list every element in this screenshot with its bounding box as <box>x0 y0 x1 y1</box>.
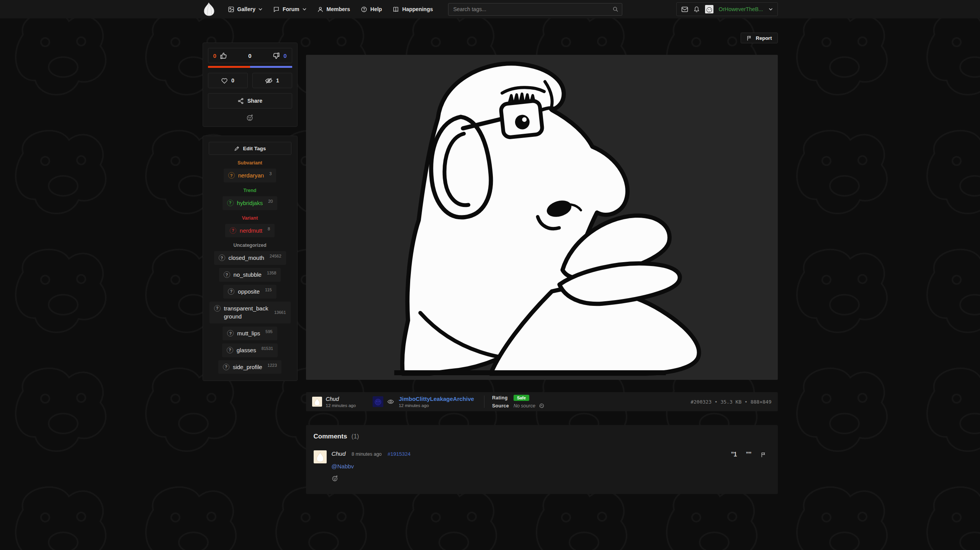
nav-help-label: Help <box>370 6 382 12</box>
search-input[interactable] <box>448 3 622 16</box>
comment-avatar[interactable] <box>314 450 327 463</box>
comment-author[interactable]: Chud <box>332 450 346 457</box>
share-button[interactable]: Share <box>208 93 292 108</box>
report-label: Report <box>756 35 772 41</box>
nav-members[interactable]: Members <box>312 0 355 18</box>
tags-panel: Edit Tags Subvariant ? nerdaryan 3 Trend… <box>203 136 298 381</box>
tag-mutt-lips[interactable]: ? mutt_lips 595 <box>223 327 277 340</box>
vote-bar-down <box>250 66 292 68</box>
share-icon <box>237 98 244 104</box>
main-column: Report <box>306 33 778 494</box>
quote-ref-icon[interactable]: ”1 <box>731 451 737 458</box>
tag-group-subvariant: Subvariant ? nerdaryan 3 <box>209 160 291 182</box>
left-sidebar: 0 0 0 <box>203 43 298 494</box>
tag-glasses[interactable]: ? glasses 81531 <box>222 343 278 357</box>
tag-count: 1358 <box>267 271 276 275</box>
nav-gallery[interactable]: Gallery <box>223 0 268 18</box>
nav-help[interactable]: Help <box>355 0 387 18</box>
pencil-icon <box>234 146 240 151</box>
tag-count: 595 <box>265 329 272 334</box>
tag-count: 115 <box>265 287 272 292</box>
archive-avatar[interactable] <box>373 396 383 407</box>
comment-add-reaction-button[interactable] <box>332 475 339 482</box>
report-comment-flag-icon[interactable] <box>761 452 766 458</box>
eye-icon <box>387 399 394 404</box>
thumbs-down-icon[interactable] <box>273 52 280 59</box>
source-history-icon[interactable] <box>539 403 545 409</box>
comment-body-mention[interactable]: @Nabbv <box>332 463 770 470</box>
tag-side-profile[interactable]: ? side_profile 1223 <box>218 360 281 374</box>
heart-icon <box>221 77 228 84</box>
nav-happenings[interactable]: Happenings <box>387 0 438 18</box>
tag-closed-mouth[interactable]: ? closed_mouth 24562 <box>214 251 286 265</box>
tag-count: 3 <box>269 171 272 176</box>
archive-time: 12 minutes ago <box>399 403 474 408</box>
post-meta: #200323 • 35.3 KB • 888×849 <box>690 399 771 405</box>
tag-count: 20 <box>268 199 273 204</box>
vote-panel: 0 0 0 <box>203 43 298 127</box>
tag-wiki-icon[interactable]: ? <box>227 200 234 206</box>
tag-wiki-icon[interactable]: ? <box>228 288 234 295</box>
add-reaction-button[interactable] <box>208 114 292 121</box>
nav-happenings-label: Happenings <box>402 6 433 12</box>
top-navbar: Gallery Forum Members <box>0 0 980 18</box>
tag-group-header: Trend <box>209 188 291 193</box>
tag-transparent-background[interactable]: ? transparent_background 13661 <box>209 302 291 324</box>
vote-score: 0 <box>248 53 251 59</box>
uploader-avatar[interactable] <box>312 397 322 407</box>
nav-members-label: Members <box>327 6 350 12</box>
chevron-down-icon <box>258 8 262 11</box>
vote-row[interactable]: 0 0 0 <box>208 48 292 63</box>
share-label: Share <box>247 98 262 104</box>
archive-link[interactable]: JimboClittyLeakageArchive <box>399 396 474 402</box>
downvote-count: 0 <box>283 53 286 59</box>
tag-opposite[interactable]: ? opposite 115 <box>223 285 276 299</box>
tag-wiki-icon[interactable]: ? <box>227 330 234 337</box>
edit-tags-button[interactable]: Edit Tags <box>209 142 291 155</box>
rating-label: Rating <box>492 395 514 401</box>
views-button[interactable]: 1 <box>252 73 292 88</box>
search-icon[interactable] <box>612 6 618 12</box>
uploader-name[interactable]: Chud <box>326 396 356 402</box>
notifications-bell-icon[interactable] <box>694 6 700 13</box>
comment-actions: ”1 ”” <box>731 451 766 458</box>
favorite-button[interactable]: 0 <box>208 73 248 88</box>
tag-wiki-icon[interactable]: ? <box>219 254 225 261</box>
tag-wiki-icon[interactable]: ? <box>227 347 233 353</box>
tag-wiki-icon[interactable]: ? <box>223 364 229 370</box>
tag-count: 13661 <box>274 310 286 315</box>
source-value: No source <box>514 403 535 409</box>
quote-icon[interactable]: ”” <box>746 451 751 458</box>
tag-wiki-icon[interactable]: ? <box>224 271 230 278</box>
tag-wiki-icon[interactable]: ? <box>230 227 236 234</box>
flag-icon <box>746 35 752 41</box>
image-viewer[interactable] <box>306 55 778 380</box>
comments-title: Comments <box>314 433 347 440</box>
source-label: Source <box>492 403 514 409</box>
tag-group-uncategorized: Uncategorized ? closed_mouth 24562 ? no_… <box>209 243 291 374</box>
help-icon <box>361 6 367 13</box>
mail-icon[interactable] <box>681 7 688 12</box>
tag-count: 24562 <box>270 254 281 258</box>
user-menu[interactable]: OrHoweverTheB... <box>676 2 778 16</box>
tag-group-trend: Trend ? hybridjaks 20 <box>209 188 291 210</box>
tag-nerdmutt[interactable]: ? nerdmutt 8 <box>225 224 275 238</box>
tag-nerdaryan[interactable]: ? nerdaryan 3 <box>224 169 276 182</box>
rating-badge[interactable]: Safe <box>514 395 529 401</box>
vote-ratio-bar <box>208 66 292 68</box>
gallery-icon <box>228 6 234 13</box>
thumbs-up-icon[interactable] <box>220 52 227 59</box>
tag-wiki-icon[interactable]: ? <box>228 172 235 179</box>
username-label: OrHoweverTheB... <box>719 6 763 12</box>
report-button[interactable]: Report <box>741 33 778 43</box>
tag-hybridjaks[interactable]: ? hybridjaks 20 <box>223 196 278 210</box>
tag-no-stubble[interactable]: ? no_stubble 1358 <box>219 268 281 282</box>
nav-forum[interactable]: Forum <box>268 0 312 18</box>
views-count: 1 <box>276 77 279 84</box>
comment-id-link[interactable]: #1915324 <box>388 451 411 457</box>
comment-time: 8 minutes ago <box>352 451 382 457</box>
edit-tags-label: Edit Tags <box>243 146 266 151</box>
tag-wiki-icon[interactable]: ? <box>214 305 221 312</box>
forum-icon <box>273 6 280 13</box>
site-logo-onion-icon[interactable] <box>203 2 216 16</box>
